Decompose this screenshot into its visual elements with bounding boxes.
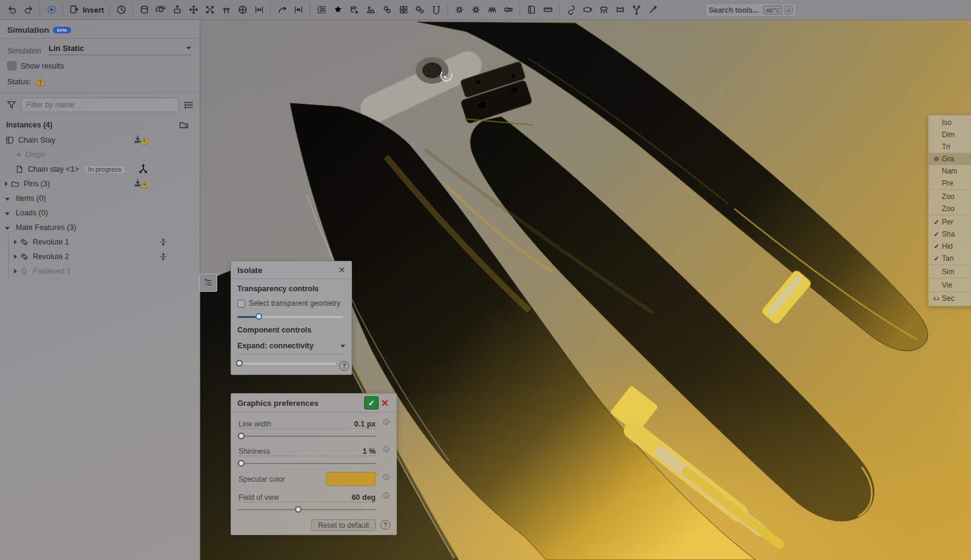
- redo-icon[interactable]: [20, 2, 36, 18]
- move-icon[interactable]: [185, 2, 201, 18]
- line-width-slider-thumb[interactable]: [238, 433, 245, 439]
- appearance-icon[interactable]: [362, 2, 379, 18]
- select-transparent-geometry-checkbox[interactable]: [237, 300, 245, 308]
- tree-row-part[interactable]: Chain stay <1> In progress: [0, 162, 200, 177]
- transparency-slider[interactable]: [237, 313, 343, 320]
- filter-icon[interactable]: [6, 100, 17, 110]
- reset-to-default-button[interactable]: Reset to default: [311, 519, 376, 531]
- chevron-down-icon[interactable]: [5, 198, 10, 201]
- spring-icon[interactable]: [484, 2, 500, 18]
- field-of-view-value[interactable]: 60 deg: [351, 493, 376, 502]
- expand-distance-slider[interactable]: [237, 360, 336, 367]
- commit-target-icon[interactable]: [43, 2, 59, 18]
- insert-button[interactable]: Insert: [66, 4, 106, 15]
- filter-input[interactable]: [21, 98, 179, 112]
- undo-icon[interactable]: [4, 2, 20, 18]
- info-icon[interactable]: [382, 418, 390, 428]
- help-icon[interactable]: ?: [381, 520, 390, 530]
- simulation-select[interactable]: Lin Static: [49, 44, 191, 55]
- explode-icon[interactable]: [201, 2, 218, 18]
- tree-row-revolute-1[interactable]: Revolute 1: [9, 235, 200, 249]
- line-width-slider[interactable]: [237, 433, 376, 440]
- view-menu-item[interactable]: ✓ Sim: [929, 266, 971, 278]
- feature-star-icon[interactable]: [330, 2, 346, 18]
- view-menu-item[interactable]: ✓ Sha: [929, 228, 971, 240]
- view-menu-item[interactable]: ✓ Zoo: [929, 203, 971, 215]
- view-menu-item[interactable]: ✓ Vie: [929, 279, 971, 292]
- sweep-icon[interactable]: [645, 2, 661, 18]
- belt-icon[interactable]: [500, 2, 516, 18]
- confirm-check-button[interactable]: ✓: [364, 396, 379, 410]
- view-menu-item[interactable]: ✓ Pre: [929, 177, 971, 190]
- tree-row-revolute-2[interactable]: Revolute 2: [9, 249, 200, 264]
- shininess-slider-thumb[interactable]: [238, 460, 245, 467]
- chevron-right-icon[interactable]: [5, 181, 8, 186]
- travel-limits-icon[interactable]: [251, 2, 267, 18]
- view-menu-item[interactable]: ✓ Gra: [929, 153, 971, 165]
- measure-icon[interactable]: [540, 2, 556, 18]
- view-menu-item[interactable]: ✓ Nam: [929, 165, 971, 177]
- chevron-down-icon[interactable]: [5, 212, 10, 215]
- suppress-icon[interactable]: [158, 251, 168, 262]
- rotate-icon[interactable]: [152, 2, 169, 18]
- pattern-grid-icon[interactable]: [395, 2, 411, 18]
- chevron-right-icon[interactable]: [14, 269, 17, 274]
- line-width-value[interactable]: 0.1 px: [354, 420, 376, 428]
- display-state-icon[interactable]: [136, 2, 152, 18]
- tree-row-origin[interactable]: Origin: [0, 147, 200, 162]
- gear-pair-icon[interactable]: [411, 2, 428, 18]
- chevron-down-icon[interactable]: [5, 227, 10, 230]
- panel-toggle-button[interactable]: [199, 274, 217, 292]
- gear-feature-icon[interactable]: [467, 2, 484, 18]
- emitter-icon[interactable]: [595, 2, 612, 18]
- notebook-icon[interactable]: [523, 2, 540, 18]
- free-drag-icon[interactable]: [234, 2, 251, 18]
- tree-row-assembly[interactable]: Chain Stay: [0, 133, 200, 147]
- view-menu-item[interactable]: ✓ Per: [929, 216, 971, 228]
- view-menu-item[interactable]: ✓ Tan: [929, 252, 971, 265]
- info-icon[interactable]: [382, 473, 390, 483]
- clamp-icon[interactable]: [428, 2, 444, 18]
- suppress-icon[interactable]: [158, 237, 168, 248]
- tree-row-fastened-1[interactable]: Fastened 1: [9, 264, 200, 278]
- close-icon[interactable]: ✕: [337, 265, 347, 275]
- shininess-value[interactable]: 1 %: [362, 447, 376, 456]
- transparency-slider-thumb[interactable]: [255, 313, 262, 320]
- joint-icon[interactable]: [628, 2, 645, 18]
- mechanism-icon[interactable]: [451, 2, 467, 18]
- list-view-icon[interactable]: [183, 100, 195, 110]
- revolve-icon[interactable]: [274, 2, 290, 18]
- select-body-icon[interactable]: [346, 2, 362, 18]
- expand-connectivity-select[interactable]: Expand: connectivity: [237, 342, 345, 354]
- specular-color-swatch[interactable]: [326, 472, 376, 486]
- warning-icon[interactable]: [35, 77, 46, 86]
- constraint-icon[interactable]: [612, 2, 628, 18]
- info-icon[interactable]: [382, 445, 390, 455]
- add-folder-icon[interactable]: [178, 120, 190, 130]
- view-menu-item[interactable]: ✓ Tri: [929, 141, 971, 153]
- orbit-view-icon[interactable]: [579, 2, 595, 18]
- tree-row-loads[interactable]: Loads (0): [0, 206, 200, 220]
- transform-icon[interactable]: [313, 2, 330, 18]
- help-icon[interactable]: ?: [339, 361, 349, 371]
- view-menu-item[interactable]: ✓ Hid: [929, 240, 971, 252]
- insert-part-icon[interactable]: [169, 2, 185, 18]
- view-menu-item[interactable]: ✓ Iso: [929, 116, 971, 129]
- measure-distance-icon[interactable]: [290, 2, 306, 18]
- search-tools-input[interactable]: Search tools... alt/⌥ c: [705, 3, 796, 17]
- chevron-right-icon[interactable]: [14, 240, 17, 245]
- lift-icon[interactable]: [218, 2, 234, 18]
- group-parts-icon[interactable]: [379, 2, 395, 18]
- view-menu-item[interactable]: ✓ Sec: [929, 292, 971, 305]
- shininess-slider[interactable]: [237, 460, 376, 467]
- history-icon[interactable]: [113, 2, 129, 18]
- tree-row-items[interactable]: Items (0): [0, 191, 200, 206]
- view-menu-item[interactable]: ✓ Dim: [929, 129, 971, 141]
- field-of-view-slider[interactable]: [237, 506, 376, 513]
- field-of-view-slider-thumb[interactable]: [295, 506, 302, 513]
- cancel-x-button[interactable]: ✕: [379, 397, 391, 409]
- tree-row-pins[interactable]: Pins (3): [0, 177, 200, 191]
- expand-slider-thumb[interactable]: [236, 360, 243, 366]
- tree-row-mate-features[interactable]: Mate Features (3): [0, 220, 200, 235]
- chevron-right-icon[interactable]: [14, 254, 17, 259]
